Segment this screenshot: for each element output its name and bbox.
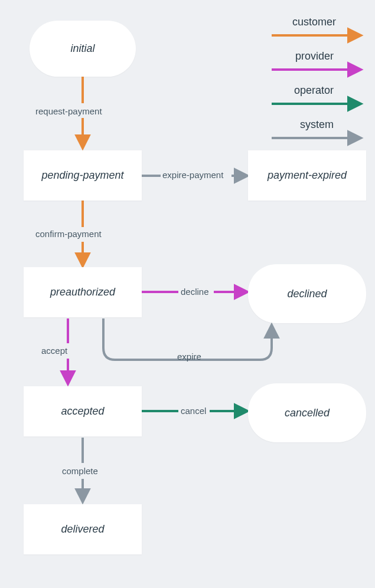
state-pending-payment: pending-payment [24, 150, 142, 201]
edge-expire: expire [177, 352, 201, 362]
edge-expire-payment: expire-payment [162, 170, 223, 180]
state-payment-expired: payment-expired [248, 150, 366, 201]
edge-decline: decline [181, 287, 209, 297]
state-delivered: delivered [24, 504, 142, 554]
state-cancelled: cancelled [248, 383, 366, 442]
legend-system: system [300, 119, 334, 131]
legend-operator: operator [294, 84, 334, 97]
edge-complete: complete [62, 466, 98, 476]
edge-confirm-payment: confirm-payment [35, 229, 102, 239]
state-accepted: accepted [24, 386, 142, 436]
legend-customer: customer [292, 16, 336, 28]
edge-accept: accept [41, 346, 67, 356]
state-diagram: initial pending-payment payment-expired … [0, 0, 375, 588]
state-preauthorized: preauthorized [24, 267, 142, 317]
edge-request-payment: request-payment [35, 106, 102, 116]
state-declined: declined [248, 264, 366, 323]
edge-cancel: cancel [181, 406, 206, 416]
legend-provider: provider [295, 50, 334, 63]
state-initial: initial [30, 21, 136, 77]
